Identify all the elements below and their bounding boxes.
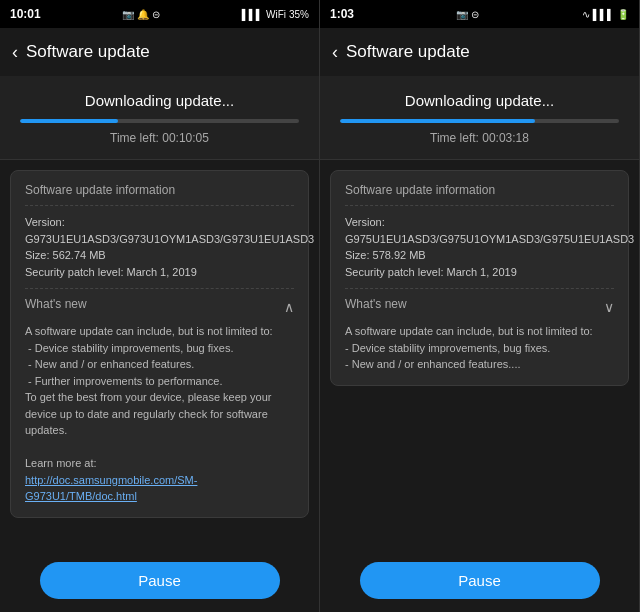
left-security: Security patch level: March 1, 2019 (25, 264, 294, 281)
right-download-header: Downloading update... Time left: 00:03:1… (320, 76, 639, 160)
left-title-bar: ‹ Software update (0, 28, 319, 76)
right-page-title: Software update (346, 42, 470, 62)
left-status-right: ▌▌▌ WiFi 35% (242, 9, 309, 20)
left-progress-bar-fill (20, 119, 118, 123)
left-info-body: Version: G973U1EU1ASD3/G973U1OYM1ASD3/G9… (25, 214, 294, 280)
left-status-center-icons: 📷 🔔 ⊝ (122, 9, 160, 20)
right-content-area: Downloading update... Time left: 00:03:1… (320, 76, 639, 552)
left-signal-icon: ▌▌▌ (242, 9, 263, 20)
left-info-card: Software update information Version: G97… (10, 170, 309, 518)
right-signal-icon: ▌▌▌ (593, 9, 614, 20)
right-bottom-bar: Pause (320, 552, 639, 612)
right-progress-bar-fill (340, 119, 535, 123)
right-title-bar: ‹ Software update (320, 28, 639, 76)
left-bottom-bar: Pause (0, 552, 319, 612)
right-info-body: Version: G975U1EU1ASD3/G975U1OYM1ASD3/G9… (345, 214, 614, 280)
left-content-area: Downloading update... Time left: 00:10:0… (0, 76, 319, 552)
right-time-left: Time left: 00:03:18 (340, 131, 619, 145)
left-wifi-icon: WiFi (266, 9, 286, 20)
left-phone-panel: 10:01 📷 🔔 ⊝ ▌▌▌ WiFi 35% ‹ Software upda… (0, 0, 320, 612)
right-pause-button[interactable]: Pause (360, 562, 600, 599)
left-progress-bar-container (20, 119, 299, 123)
right-info-card: Software update information Version: G97… (330, 170, 629, 386)
right-whats-new-body: A software update can include, but is no… (345, 325, 593, 370)
left-status-icons: 📷 🔔 ⊝ (122, 9, 160, 20)
right-whats-new-content: A software update can include, but is no… (345, 323, 614, 373)
right-status-right: ∿ ▌▌▌ 🔋 (582, 9, 629, 20)
right-download-title: Downloading update... (340, 92, 619, 109)
left-page-title: Software update (26, 42, 150, 62)
left-back-button[interactable]: ‹ (12, 42, 18, 63)
left-time-left: Time left: 00:10:05 (20, 131, 299, 145)
right-progress-bar-container (340, 119, 619, 123)
left-pause-button[interactable]: Pause (40, 562, 280, 599)
left-version: Version: G973U1EU1ASD3/G973U1OYM1ASD3/G9… (25, 214, 294, 247)
left-status-time: 10:01 (10, 7, 41, 21)
left-download-header: Downloading update... Time left: 00:10:0… (0, 76, 319, 160)
left-whats-new-header: What's new ∧ (25, 297, 294, 317)
right-whats-new-chevron-icon[interactable]: ∨ (604, 299, 614, 315)
right-status-icons: 📷 ⊝ (456, 9, 479, 20)
left-battery: 35% (289, 9, 309, 20)
right-battery-icon: 🔋 (617, 9, 629, 20)
right-status-time: 1:03 (330, 7, 354, 21)
right-phone-panel: 1:03 📷 ⊝ ∿ ▌▌▌ 🔋 ‹ Software update Downl… (320, 0, 640, 612)
left-download-title: Downloading update... (20, 92, 299, 109)
right-whats-new-title: What's new (345, 297, 407, 311)
right-size: Size: 578.92 MB (345, 247, 614, 264)
left-info-section-title: Software update information (25, 183, 294, 197)
right-bluetooth-icon: ∿ (582, 9, 590, 20)
left-size: Size: 562.74 MB (25, 247, 294, 264)
left-whats-new-title: What's new (25, 297, 87, 311)
left-status-bar: 10:01 📷 🔔 ⊝ ▌▌▌ WiFi 35% (0, 0, 319, 28)
right-info-section-title: Software update information (345, 183, 614, 197)
right-security: Security patch level: March 1, 2019 (345, 264, 614, 281)
left-whats-new-chevron-icon[interactable]: ∧ (284, 299, 294, 315)
left-whats-new-body: A software update can include, but is no… (25, 325, 274, 469)
right-status-center-icons: 📷 ⊝ (456, 9, 479, 20)
right-back-button[interactable]: ‹ (332, 42, 338, 63)
left-learn-more-link[interactable]: http://doc.samsungmobile.com/SM-G973U1/T… (25, 474, 197, 503)
left-whats-new-content: A software update can include, but is no… (25, 323, 294, 505)
right-version: Version: G975U1EU1ASD3/G975U1OYM1ASD3/G9… (345, 214, 614, 247)
right-whats-new-header: What's new ∨ (345, 297, 614, 317)
right-status-bar: 1:03 📷 ⊝ ∿ ▌▌▌ 🔋 (320, 0, 639, 28)
